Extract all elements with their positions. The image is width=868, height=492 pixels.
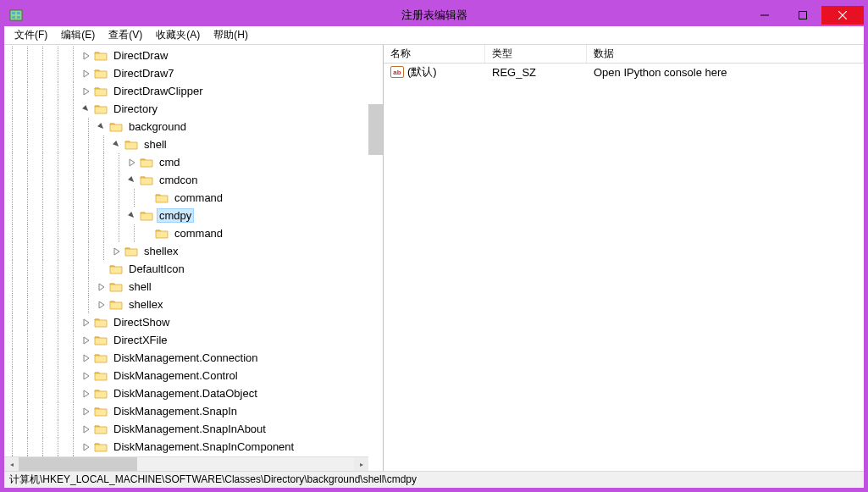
tree-item-label: DirectXFile (111, 333, 170, 347)
chevron-right-icon[interactable] (80, 423, 92, 435)
window-title: 注册表编辑器 (401, 8, 467, 23)
tree-item-label: Directory (111, 102, 160, 116)
maximize-button[interactable] (783, 6, 821, 25)
minimize-button[interactable] (745, 6, 783, 25)
content-area: DirectDrawDirectDraw7DirectDrawClipperDi… (4, 45, 864, 471)
svg-rect-4 (17, 16, 20, 19)
tree-item-label: DiskManagement.SnapInComponent (111, 439, 296, 454)
tree-item[interactable]: DirectXFile (4, 331, 383, 349)
folder-icon (109, 281, 123, 293)
tree-item[interactable]: DirectDraw (4, 47, 383, 64)
menu-view[interactable]: 查看(V) (102, 26, 149, 44)
tree-item[interactable]: command (4, 189, 383, 207)
chevron-down-icon[interactable] (96, 121, 108, 133)
list-row[interactable]: ab(默认)REG_SZOpen IPython console here (384, 64, 864, 80)
folder-icon (109, 263, 123, 275)
folder-icon (140, 210, 153, 222)
folder-icon (94, 370, 108, 382)
svg-rect-6 (799, 12, 806, 19)
chevron-right-icon[interactable] (80, 68, 92, 80)
menu-file[interactable]: 文件(F) (8, 26, 54, 44)
folder-icon (94, 317, 108, 329)
tree-item[interactable]: shell (4, 278, 383, 296)
folder-icon (140, 157, 153, 169)
folder-icon (124, 246, 138, 257)
chevron-right-icon[interactable] (80, 406, 92, 417)
tree-item[interactable]: DiskManagement.SnapIn (4, 402, 383, 420)
titlebar: 注册表编辑器 (4, 4, 864, 26)
tree-item[interactable]: shellex (4, 242, 383, 260)
list-view[interactable]: ab(默认)REG_SZOpen IPython console here (384, 64, 864, 471)
chevron-right-icon[interactable] (96, 299, 108, 311)
tree-item[interactable]: cmd (4, 153, 383, 171)
folder-icon (109, 299, 123, 311)
chevron-down-icon[interactable] (126, 210, 138, 222)
tree-item[interactable]: DirectDrawClipper (4, 82, 383, 100)
tree-item-label: cmdpy (157, 208, 194, 223)
tree-item[interactable]: cmdcon (4, 171, 383, 189)
close-button[interactable] (821, 6, 864, 25)
folder-icon (94, 388, 108, 400)
scroll-right-icon[interactable]: ▸ (354, 457, 368, 471)
cell-data: Open IPython console here (587, 65, 864, 80)
chevron-right-icon[interactable] (80, 370, 92, 382)
cell-type: REG_SZ (485, 65, 587, 80)
window-controls (745, 6, 864, 25)
tree-item[interactable]: DirectDraw7 (4, 64, 383, 82)
chevron-down-icon[interactable] (126, 174, 138, 186)
chevron-right-icon[interactable] (80, 441, 92, 453)
chevron-down-icon[interactable] (111, 139, 123, 151)
menubar: 文件(F) 编辑(E) 查看(V) 收藏夹(A) 帮助(H) (4, 26, 864, 45)
tree-item[interactable]: DiskManagement.SnapInAbout (4, 420, 383, 438)
tree-hscrollbar[interactable]: ◂ ▸ (4, 456, 368, 471)
chevron-down-icon[interactable] (80, 103, 92, 115)
chevron-right-icon[interactable] (80, 50, 92, 62)
chevron-right-icon[interactable] (80, 334, 92, 346)
scroll-left-icon[interactable]: ◂ (4, 457, 19, 471)
tree-item-label: command (172, 191, 225, 205)
regedit-icon (9, 8, 23, 22)
list-header: 名称 类型 数据 (384, 45, 864, 64)
tree-scrollbar-thumb[interactable] (368, 104, 383, 155)
tree-item[interactable]: Directory (4, 100, 383, 118)
column-name[interactable]: 名称 (384, 45, 485, 63)
tree-item[interactable]: cmdpy (4, 207, 383, 224)
chevron-right-icon[interactable] (80, 317, 92, 329)
hscroll-thumb[interactable] (19, 457, 137, 471)
tree-item[interactable]: DiskManagement.Connection (4, 349, 383, 367)
tree-item[interactable]: DirectShow (4, 313, 383, 331)
tree-item[interactable]: DiskManagement.SnapInComponent (4, 438, 383, 456)
chevron-right-icon[interactable] (96, 281, 108, 293)
tree-item-label: DiskManagement.Control (111, 368, 240, 383)
chevron-right-icon[interactable] (80, 86, 92, 97)
tree-item-label: DiskManagement.SnapIn (111, 404, 240, 418)
chevron-right-icon[interactable] (80, 388, 92, 400)
folder-icon (155, 228, 169, 240)
menu-favorites[interactable]: 收藏夹(A) (149, 26, 207, 44)
tree-item[interactable]: DiskManagement.DataObject (4, 384, 383, 402)
svg-rect-0 (10, 10, 22, 20)
value-name: (默认) (407, 64, 437, 80)
menu-help[interactable]: 帮助(H) (207, 26, 255, 44)
tree-item[interactable]: shellex (4, 296, 383, 313)
tree-item-label: DirectDraw (111, 48, 170, 63)
tree-view[interactable]: DirectDrawDirectDraw7DirectDrawClipperDi… (4, 45, 383, 471)
svg-rect-2 (17, 12, 20, 14)
tree-item[interactable]: command (4, 224, 383, 242)
tree-item[interactable]: shell (4, 135, 383, 153)
chevron-right-icon[interactable] (80, 352, 92, 364)
tree-item[interactable]: DiskManagement.Control (4, 367, 383, 384)
column-data[interactable]: 数据 (587, 45, 864, 63)
chevron-right-icon[interactable] (126, 157, 138, 169)
registry-editor-window: 注册表编辑器 文件(F) 编辑(E) 查看(V) 收藏夹(A) 帮助(H) Di… (0, 0, 868, 492)
chevron-right-icon[interactable] (111, 246, 123, 257)
tree-item[interactable]: background (4, 118, 383, 135)
tree-item[interactable]: DefaultIcon (4, 260, 383, 278)
folder-icon (109, 121, 123, 133)
menu-edit[interactable]: 编辑(E) (54, 26, 102, 44)
folder-icon (140, 174, 153, 186)
tree-item-label: cmdcon (157, 173, 201, 187)
column-type[interactable]: 类型 (485, 45, 587, 63)
status-path: 计算机\HKEY_LOCAL_MACHINE\SOFTWARE\Classes\… (9, 473, 417, 487)
tree-item-label: shell (141, 137, 169, 152)
